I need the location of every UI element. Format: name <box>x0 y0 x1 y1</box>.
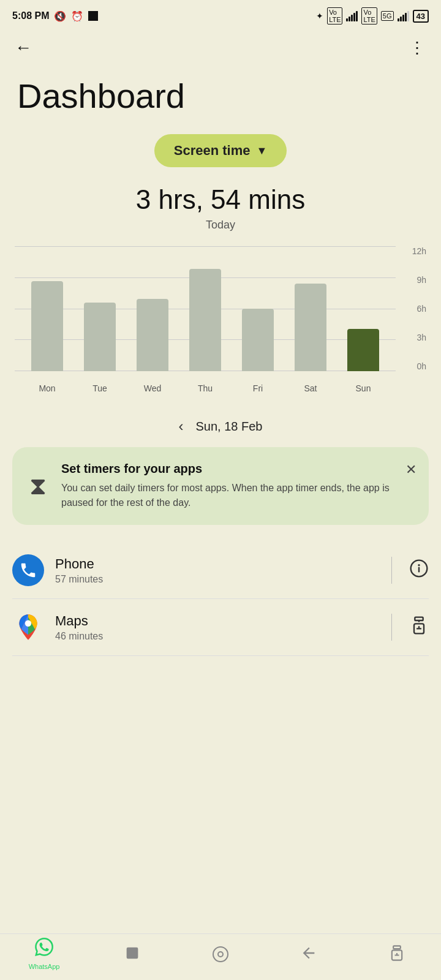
y-label-0h: 0h <box>417 361 426 371</box>
bar-mon <box>21 246 74 371</box>
bottom-nav-back[interactable] <box>265 944 353 963</box>
app-list: Phone 57 minutes Maps 46 min <box>0 542 441 656</box>
home-circle-icon <box>213 946 228 962</box>
bar-chart: 12h 9h 6h 3h 0h Mon Tue Wed Thu Fri Sat … <box>15 246 426 393</box>
home-inner-circle <box>217 951 224 957</box>
x-label-sun: Sun <box>337 383 390 393</box>
volte-icon: VoLTE <box>327 7 342 24</box>
screen-time-btn-wrap: Screen time ▼ <box>0 134 441 167</box>
bottom-nav-home[interactable] <box>176 946 265 962</box>
bar-sun <box>337 246 390 371</box>
maps-app-info: Maps 46 minutes <box>55 613 374 642</box>
status-left: 5:08 PM 🔇 ⏰ <box>12 10 98 22</box>
list-item: Phone 57 minutes <box>12 542 429 599</box>
status-time: 5:08 PM <box>12 10 49 21</box>
bluetooth-icon: ✦ <box>316 11 323 21</box>
back-nav-icon <box>300 944 317 963</box>
date-label: Sun, 18 Feb <box>196 420 263 434</box>
maps-app-name: Maps <box>55 613 374 629</box>
volte-icon-2: VoLTE <box>361 7 377 24</box>
x-label-thu: Thu <box>179 383 232 393</box>
screen-time-label: Screen time <box>174 143 251 159</box>
square-nav-icon <box>124 944 141 963</box>
phone-divider <box>391 557 392 584</box>
bottom-nav-square[interactable] <box>88 944 176 963</box>
maps-app-icon <box>12 611 44 643</box>
bottom-nav-whatsapp[interactable]: WhatsApp <box>0 938 88 970</box>
maps-app-time: 46 minutes <box>55 631 374 642</box>
bar-wed <box>126 246 179 371</box>
bar-thu <box>179 246 232 371</box>
svg-point-3 <box>25 620 31 627</box>
bar-fri <box>232 246 284 371</box>
phone-app-icon <box>12 554 44 586</box>
chart-bars <box>15 246 396 371</box>
x-label-fri: Fri <box>232 383 284 393</box>
bar-sat <box>284 246 337 371</box>
status-bar: 5:08 PM 🔇 ⏰ ✦ VoLTE VoLTE 5G 43 <box>0 0 441 32</box>
chart-y-labels: 12h 9h 6h 3h 0h <box>398 246 426 371</box>
mute-icon: 🔇 <box>54 10 66 22</box>
banner-title: Set timers for your apps <box>61 462 396 476</box>
timer-nav-icon <box>388 944 405 963</box>
page-title: Dashboard <box>0 64 441 134</box>
banner-text: Set timers for your apps You can set dai… <box>61 462 396 510</box>
back-button[interactable]: ← <box>15 38 32 58</box>
bar-tue <box>74 246 126 371</box>
x-label-mon: Mon <box>21 383 74 393</box>
bottom-nav: WhatsApp <box>0 933 441 980</box>
y-label-6h: 6h <box>417 304 426 314</box>
top-nav: ← ⋮ <box>0 32 441 64</box>
banner-description: You can set daily timers for most apps. … <box>61 481 396 510</box>
menu-button[interactable]: ⋮ <box>409 39 426 58</box>
phone-info-button[interactable] <box>409 559 429 582</box>
date-prev-button[interactable]: ‹ <box>179 418 184 435</box>
svg-rect-4 <box>415 617 423 620</box>
banner-close-button[interactable]: ✕ <box>405 462 417 478</box>
y-label-9h: 9h <box>417 275 426 285</box>
bottom-nav-timer[interactable] <box>353 944 441 963</box>
timer-icon: ⧗ <box>24 472 51 500</box>
battery-indicator: 43 <box>413 10 429 23</box>
date-nav: ‹ Sun, 18 Feb <box>0 408 441 447</box>
svg-rect-6 <box>127 948 138 959</box>
x-label-wed: Wed <box>126 383 179 393</box>
5g-icon: 5G <box>381 11 394 21</box>
alarm-icon: ⏰ <box>71 10 83 22</box>
svg-rect-7 <box>393 946 401 949</box>
status-right: ✦ VoLTE VoLTE 5G 43 <box>316 7 429 24</box>
x-label-sat: Sat <box>284 383 337 393</box>
y-label-3h: 3h <box>417 333 426 342</box>
x-label-tue: Tue <box>74 383 126 393</box>
list-item: Maps 46 minutes <box>12 599 429 656</box>
chart-x-labels: Mon Tue Wed Thu Fri Sat Sun <box>15 383 396 393</box>
banner-card: ⧗ Set timers for your apps You can set d… <box>12 447 429 525</box>
screen-time-button[interactable]: Screen time ▼ <box>154 134 287 167</box>
signal-icon-2 <box>398 11 409 21</box>
y-label-12h: 12h <box>412 246 426 256</box>
today-label: Today <box>0 219 441 232</box>
phone-app-time: 57 minutes <box>55 574 374 585</box>
whatsapp-icon <box>35 938 53 960</box>
square-icon <box>88 11 98 21</box>
signal-icon-1 <box>346 11 358 21</box>
dropdown-arrow-icon: ▼ <box>256 145 267 157</box>
maps-divider <box>391 614 392 641</box>
whatsapp-label: WhatsApp <box>29 963 60 970</box>
phone-app-info: Phone 57 minutes <box>55 556 374 585</box>
maps-timer-button[interactable] <box>409 616 429 639</box>
phone-app-name: Phone <box>55 556 374 572</box>
total-time: 3 hrs, 54 mins <box>0 184 441 215</box>
